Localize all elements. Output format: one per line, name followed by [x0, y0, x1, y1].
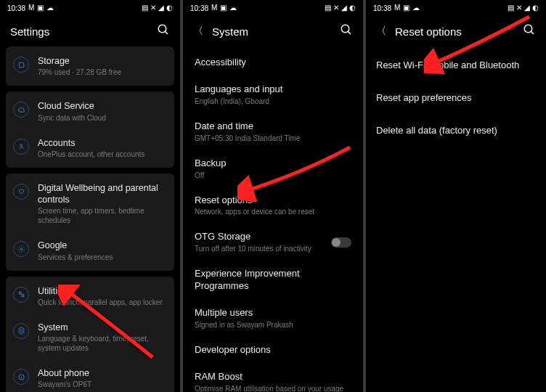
card-storage: Storage 79% used · 27.28 GB free	[6, 46, 174, 86]
signal-icon: ◢	[524, 4, 530, 12]
back-icon[interactable]: 〈	[376, 25, 386, 38]
row-datetime[interactable]: Date and time GMT+05:30 India Standard T…	[186, 113, 360, 150]
cloud-icon: ☁	[46, 4, 54, 12]
svg-point-4	[20, 248, 23, 250]
row-title: System	[38, 322, 167, 333]
svg-line-1	[165, 31, 168, 34]
otg-toggle[interactable]	[331, 237, 351, 248]
row-experience[interactable]: Experience Improvement Programmes	[186, 261, 360, 300]
svg-rect-5	[19, 292, 21, 294]
row-ram-boost[interactable]: RAM Boost Optimise RAM utilisation based…	[186, 364, 360, 392]
row-title: Accounts	[38, 137, 167, 149]
row-sub: Signed in as Swayam Prakash	[195, 320, 351, 330]
row-sub: English (India), Gboard	[195, 97, 351, 106]
image-icon: ▣	[37, 4, 44, 12]
row-title: Google	[38, 240, 167, 251]
row-title: Reset Wi-Fi, mobile and Bluetooth	[376, 60, 536, 72]
row-otg[interactable]: OTG Storage Turn off after 10 minutes of…	[186, 224, 360, 261]
svg-rect-2	[19, 62, 23, 67]
search-icon[interactable]	[157, 23, 170, 39]
status-time: 10:38	[7, 4, 25, 12]
row-system[interactable]: System Language & keyboard, time, reset,…	[6, 314, 174, 360]
status-time: 10:38	[373, 4, 391, 12]
header: Settings	[0, 15, 180, 46]
status-bar: 10:38 M ▣ ☁ ▤ ✕ ◢ ◐	[183, 0, 363, 15]
cloud-icon	[13, 102, 29, 118]
cast-icon: ▤	[142, 4, 148, 12]
page-title: Settings	[10, 25, 49, 38]
row-sub: Screen time, app timers, bedtime schedul…	[38, 206, 167, 225]
row-reset-options[interactable]: Reset options Network, apps or device ca…	[186, 187, 360, 224]
row-sub: Quick launch, parallel apps, app locker	[38, 298, 167, 307]
loading-icon: ◐	[166, 4, 173, 12]
back-icon[interactable]: 〈	[193, 25, 203, 38]
row-sub: Off	[195, 171, 351, 180]
row-title: Reset app preferences	[376, 92, 536, 105]
row-title: Reset options	[195, 195, 351, 207]
row-sub: Optimise RAM utilisation based on your u…	[195, 384, 351, 392]
row-google[interactable]: Google Services & preferences	[6, 232, 174, 269]
row-about[interactable]: About phone Swayam's OP6T	[6, 360, 174, 392]
svg-point-7	[20, 330, 23, 332]
svg-line-14	[348, 31, 351, 34]
mute-icon: ✕	[333, 4, 339, 12]
svg-point-13	[341, 25, 349, 33]
row-title: Utilities	[38, 285, 167, 297]
row-cloud[interactable]: Cloud Service Sync data with Cloud	[6, 93, 174, 129]
search-icon[interactable]	[340, 23, 353, 39]
cloud-icon: ☁	[412, 4, 420, 12]
cast-icon: ▤	[325, 4, 331, 12]
row-storage[interactable]: Storage 79% used · 27.28 GB free	[6, 48, 174, 84]
status-bar: 10:38 M ▣ ☁ ▤ ✕ ◢ ◐	[366, 0, 546, 15]
row-title: Developer options	[195, 344, 351, 356]
loading-icon: ◐	[349, 4, 356, 12]
svg-point-3	[20, 144, 23, 147]
row-title: Accessibility	[195, 57, 351, 69]
row-title: Experience Improvement Programmes	[195, 268, 351, 293]
phone-reset-options: 10:38 M ▣ ☁ ▤ ✕ ◢ ◐ 〈 Reset options Rese…	[366, 0, 546, 392]
row-utilities[interactable]: Utilities Quick launch, parallel apps, a…	[6, 278, 174, 314]
row-title: Backup	[195, 158, 351, 170]
m-icon: M	[28, 4, 34, 12]
row-sub: Services & preferences	[38, 253, 167, 262]
m-icon: M	[211, 4, 217, 12]
row-sub: Swayam's OP6T	[38, 380, 167, 389]
row-sub: Sync data with Cloud	[38, 113, 167, 123]
page-title: Reset options	[395, 25, 462, 38]
row-wellbeing[interactable]: Digital Wellbeing and parental controls …	[6, 175, 174, 233]
row-developer[interactable]: Developer options	[186, 337, 360, 364]
row-factory-reset[interactable]: Delete all data (factory reset)	[369, 115, 543, 147]
image-icon: ▣	[220, 4, 227, 12]
row-users[interactable]: Multiple users Signed in as Swayam Praka…	[186, 300, 360, 337]
search-icon[interactable]	[523, 23, 536, 39]
row-sub: Network, apps or device can be reset	[195, 207, 351, 216]
accounts-icon	[13, 139, 29, 155]
about-icon	[13, 369, 29, 385]
row-title: Delete all data (factory reset)	[376, 125, 536, 137]
header: 〈 System	[183, 15, 363, 46]
signal-icon: ◢	[158, 4, 164, 12]
page-title: System	[212, 25, 248, 38]
mute-icon: ✕	[516, 4, 522, 12]
system-icon	[13, 323, 29, 339]
image-icon: ▣	[403, 4, 410, 12]
storage-icon	[13, 57, 29, 73]
row-title: Storage	[38, 55, 167, 67]
row-sub: Language & keyboard, time, reset, system…	[38, 334, 167, 353]
google-icon	[13, 241, 29, 257]
row-accessibility[interactable]: Accessibility	[186, 49, 360, 76]
svg-rect-6	[21, 295, 23, 297]
row-title: Digital Wellbeing and parental controls	[38, 182, 167, 206]
row-title: RAM Boost	[195, 371, 351, 383]
svg-line-16	[531, 31, 534, 34]
row-reset-app-prefs[interactable]: Reset app preferences	[369, 82, 543, 115]
card-accounts: Cloud Service Sync data with Cloud Accou…	[6, 91, 174, 168]
row-languages[interactable]: Languages and input English (India), Gbo…	[186, 76, 360, 113]
status-time: 10:38	[190, 4, 208, 12]
row-title: About phone	[38, 367, 167, 379]
loading-icon: ◐	[532, 4, 539, 12]
row-reset-wifi[interactable]: Reset Wi-Fi, mobile and Bluetooth	[369, 49, 543, 82]
row-backup[interactable]: Backup Off	[186, 150, 360, 187]
row-accounts[interactable]: Accounts OnePlus account, other accounts	[6, 130, 174, 166]
row-title: Multiple users	[195, 307, 351, 319]
